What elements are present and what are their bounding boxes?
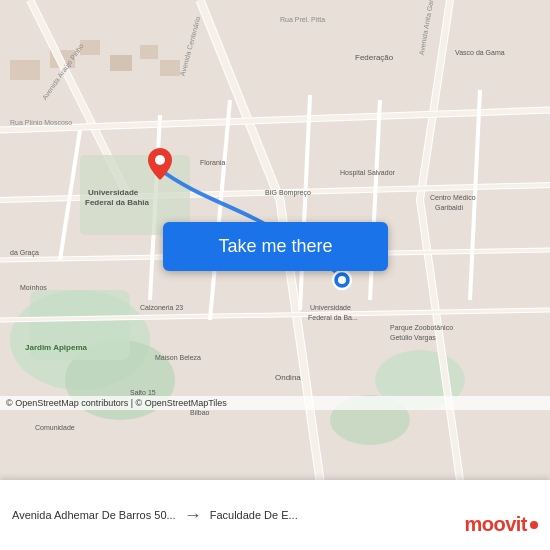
svg-rect-10 <box>140 45 158 59</box>
arrow-icon: → <box>184 505 202 526</box>
svg-text:Universidade: Universidade <box>88 188 139 197</box>
svg-rect-6 <box>10 60 40 80</box>
svg-text:Florania: Florania <box>200 159 225 166</box>
svg-rect-9 <box>110 55 132 71</box>
svg-text:Getúlio Vargas: Getúlio Vargas <box>390 334 436 342</box>
bottom-bar: Avenida Adhemar De Barros 50... → Faculd… <box>0 480 550 550</box>
destination-label: Faculdade De E... <box>210 509 298 521</box>
map-container: Avenida Araújo Pinho Avenida Centenário … <box>0 0 550 480</box>
origin-label: Avenida Adhemar De Barros 50... <box>12 509 176 521</box>
moovit-dot <box>530 521 538 529</box>
svg-text:Universidade: Universidade <box>310 304 351 311</box>
moovit-logo: moovit <box>464 513 538 536</box>
svg-rect-11 <box>160 60 180 76</box>
svg-text:Maison Beleza: Maison Beleza <box>155 354 201 361</box>
svg-text:Centro Médico: Centro Médico <box>430 194 476 201</box>
svg-text:Moínhos: Moínhos <box>20 284 47 291</box>
svg-text:Comunidade: Comunidade <box>35 424 75 431</box>
svg-text:Jardim Apipema: Jardim Apipema <box>25 343 87 352</box>
svg-text:Vasco da Gama: Vasco da Gama <box>455 49 505 56</box>
svg-text:Rua Prel. Pitta: Rua Prel. Pitta <box>280 16 325 23</box>
svg-text:Federal da Ba...: Federal da Ba... <box>308 314 358 321</box>
svg-point-42 <box>338 276 346 284</box>
moovit-brand-text: moovit <box>464 513 527 536</box>
svg-text:Federal da Bahia: Federal da Bahia <box>85 198 150 207</box>
svg-text:BIG Bompreço: BIG Bompreço <box>265 189 311 197</box>
svg-text:Rua Plínio Moscoso: Rua Plínio Moscoso <box>10 119 72 126</box>
svg-text:Hospital Salvador: Hospital Salvador <box>340 169 396 177</box>
svg-point-40 <box>155 155 165 165</box>
map-attribution: © OpenStreetMap contributors | © OpenStr… <box>0 396 550 410</box>
svg-text:Garibaldi: Garibaldi <box>435 204 463 211</box>
svg-text:Salto 15: Salto 15 <box>130 389 156 396</box>
svg-text:Parque Zoobotânico: Parque Zoobotânico <box>390 324 453 332</box>
svg-text:da Graça: da Graça <box>10 249 39 257</box>
svg-text:Calzoneria 23: Calzoneria 23 <box>140 304 183 311</box>
svg-text:Bilbao: Bilbao <box>190 409 210 416</box>
route-info: Avenida Adhemar De Barros 50... → Faculd… <box>12 505 538 526</box>
svg-text:Federação: Federação <box>355 53 394 62</box>
take-me-there-button[interactable]: Take me there <box>163 222 388 271</box>
attribution-text: © OpenStreetMap contributors | © OpenStr… <box>6 398 227 408</box>
svg-text:Ondina: Ondina <box>275 373 301 382</box>
